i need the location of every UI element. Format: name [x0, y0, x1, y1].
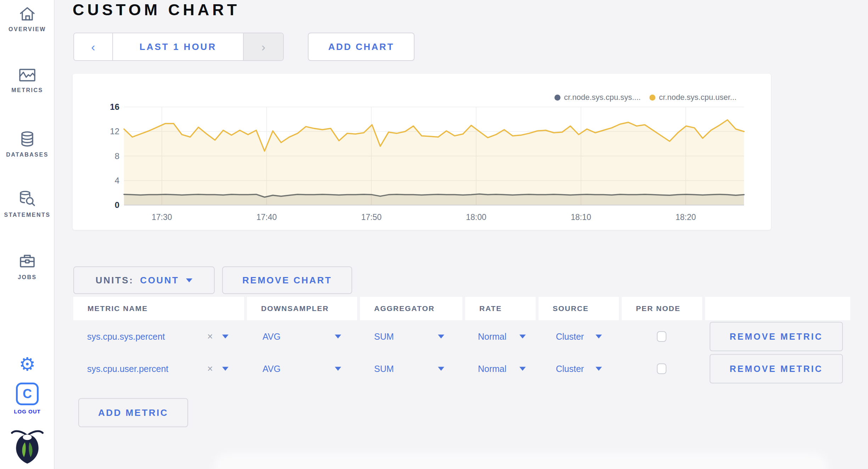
aggregator-dropdown[interactable]: SUM — [374, 331, 444, 341]
svg-text:18:10: 18:10 — [571, 213, 591, 222]
add-chart-label: ADD CHART — [328, 41, 394, 52]
sidebar-item-label: METRICS — [0, 87, 55, 94]
briefcase-icon — [0, 252, 55, 271]
column-header-per-node: PER NODE — [622, 297, 702, 320]
column-header-actions — [705, 297, 850, 320]
per-node-checkbox[interactable] — [657, 331, 666, 342]
sidebar-item-jobs[interactable]: JOBS — [0, 252, 55, 281]
remove-metric-button[interactable]: REMOVE METRIC — [710, 322, 843, 351]
table-row: sys.cpu.sys.percent × AVG SUM Normal Clu… — [0, 320, 868, 352]
downsampler-value: AVG — [263, 331, 281, 341]
remove-metric-button[interactable]: REMOVE METRIC — [710, 354, 843, 383]
caret-down-icon — [596, 334, 602, 338]
add-chart-button[interactable]: ADD CHART — [308, 33, 415, 61]
table-row: sys.cpu.user.percent × AVG SUM Normal Cl… — [0, 352, 868, 385]
legend-entry-sys[interactable]: cr.node.sys.cpu.sys.... — [554, 93, 641, 102]
metrics-chart-icon — [0, 67, 55, 84]
svg-text:18:20: 18:20 — [676, 213, 696, 222]
svg-text:18:00: 18:00 — [466, 213, 486, 222]
source-value: Cluster — [556, 363, 584, 374]
caret-down-icon[interactable] — [222, 334, 229, 338]
logout-label: LOG OUT — [0, 408, 55, 414]
downsampler-dropdown[interactable]: AVG — [263, 363, 341, 374]
remove-metric-label: REMOVE METRIC — [729, 363, 823, 374]
chevron-left-icon: ‹ — [91, 40, 95, 54]
time-range-selector: ‹ LAST 1 HOUR › — [73, 33, 284, 61]
svg-text:4: 4 — [115, 176, 119, 185]
statements-search-database-icon — [0, 190, 55, 208]
time-range-label: LAST 1 HOUR — [140, 41, 216, 52]
sidebar-item-databases[interactable]: DATABASES — [0, 130, 55, 158]
next-card-edge — [220, 458, 822, 469]
legend-label-user: cr.node.sys.cpu.user... — [659, 93, 737, 102]
clear-metric-icon[interactable]: × — [207, 363, 213, 374]
legend-dot-sys — [554, 95, 560, 101]
remove-chart-label: REMOVE CHART — [242, 275, 332, 286]
cockroach-bug-logo — [0, 429, 55, 465]
units-value: COUNT — [140, 275, 179, 286]
time-next-button-disabled[interactable]: › — [243, 33, 283, 60]
time-range-dropdown[interactable]: LAST 1 HOUR — [113, 33, 243, 60]
legend-dot-user — [649, 95, 655, 101]
downsampler-dropdown[interactable]: AVG — [263, 331, 341, 341]
sidebar-item-label: STATEMENTS — [0, 212, 55, 218]
sidebar-item-metrics[interactable]: METRICS — [0, 67, 55, 94]
svg-text:12: 12 — [110, 126, 119, 136]
caret-down-icon — [186, 278, 192, 282]
home-icon — [0, 5, 55, 23]
svg-text:17:50: 17:50 — [361, 213, 382, 222]
legend-entry-user[interactable]: cr.node.sys.cpu.user... — [649, 93, 737, 102]
chevron-right-icon: › — [261, 40, 265, 54]
chart-card: 048121617:3017:4017:5018:0018:1018:20 cr… — [73, 74, 771, 230]
remove-metric-label: REMOVE METRIC — [729, 331, 823, 341]
svg-text:0: 0 — [115, 200, 119, 210]
custom-chart-page: OVERVIEW METRICS DATABASES — [0, 0, 868, 469]
metric-name-value[interactable]: sys.cpu.sys.percent — [87, 331, 165, 341]
aggregator-value: SUM — [374, 363, 394, 374]
aggregator-dropdown[interactable]: SUM — [374, 363, 444, 374]
rate-dropdown[interactable]: Normal — [478, 363, 526, 374]
database-icon — [0, 130, 55, 148]
page-title: CUSTOM CHART — [73, 1, 240, 19]
column-header-metric-name: METRIC NAME — [73, 297, 244, 320]
time-prev-button[interactable]: ‹ — [74, 33, 113, 60]
caret-down-icon — [519, 367, 526, 371]
caret-down-icon — [438, 334, 444, 338]
sidebar-item-statements[interactable]: STATEMENTS — [0, 190, 55, 218]
clear-metric-icon[interactable]: × — [207, 331, 213, 342]
units-dropdown[interactable]: UNITS: COUNT — [73, 266, 215, 294]
column-header-aggregator: AGGREGATOR — [360, 297, 462, 320]
aggregator-value: SUM — [374, 331, 394, 341]
sidebar-item-overview[interactable]: OVERVIEW — [0, 5, 55, 33]
rate-dropdown[interactable]: Normal — [478, 331, 526, 341]
sidebar-logout[interactable]: C LOG OUT — [0, 383, 55, 414]
caret-down-icon — [596, 367, 602, 371]
caret-down-icon — [438, 367, 444, 371]
caret-down-icon — [519, 334, 526, 338]
column-header-rate: RATE — [465, 297, 536, 320]
rate-value: Normal — [478, 363, 507, 374]
sidebar-item-label: OVERVIEW — [0, 26, 55, 33]
rate-value: Normal — [478, 331, 507, 341]
svg-text:17:40: 17:40 — [257, 213, 277, 222]
units-label: UNITS: — [96, 275, 134, 286]
caret-down-icon — [335, 367, 341, 371]
legend-label-sys: cr.node.sys.cpu.sys.... — [564, 93, 641, 102]
source-value: Cluster — [556, 331, 584, 341]
remove-chart-button[interactable]: REMOVE CHART — [222, 266, 352, 294]
sidebar-item-label: JOBS — [0, 274, 55, 281]
sidebar: OVERVIEW METRICS DATABASES — [0, 0, 55, 469]
source-dropdown[interactable]: Cluster — [556, 331, 602, 341]
source-dropdown[interactable]: Cluster — [556, 363, 602, 374]
cockroach-c-logo-icon: C — [16, 383, 39, 405]
caret-down-icon — [335, 334, 341, 338]
svg-text:8: 8 — [115, 151, 119, 161]
sidebar-item-label: DATABASES — [0, 152, 55, 158]
column-header-source: SOURCE — [539, 297, 619, 320]
metric-name-value[interactable]: sys.cpu.user.percent — [87, 363, 168, 374]
svg-text:17:30: 17:30 — [152, 213, 172, 222]
add-metric-button[interactable]: ADD METRIC — [78, 398, 188, 427]
caret-down-icon[interactable] — [222, 367, 229, 371]
column-header-downsampler: DOWNSAMPLER — [247, 297, 357, 320]
per-node-checkbox[interactable] — [657, 363, 666, 374]
